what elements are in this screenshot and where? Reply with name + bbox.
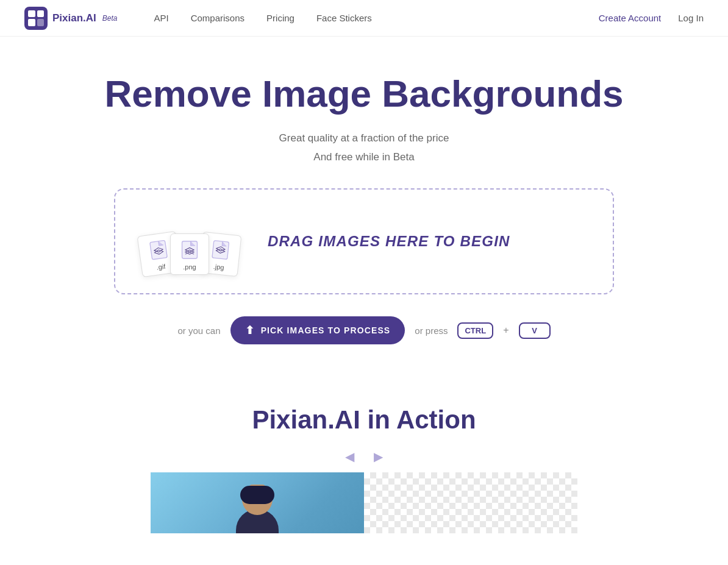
logo-icon bbox=[24, 7, 48, 30]
demo-image-container bbox=[151, 472, 577, 533]
nav-api[interactable]: API bbox=[154, 13, 169, 23]
pick-prefix: or you can bbox=[177, 325, 220, 336]
upload-arrow-icon: ⬆ bbox=[245, 324, 255, 337]
hero-subtitle: Great quality at a fraction of the price… bbox=[24, 129, 704, 166]
pick-separator: or press bbox=[415, 325, 448, 336]
hero-sub-line1: Great quality at a fraction of the price bbox=[279, 132, 449, 144]
file-label-jpg: .jpg bbox=[213, 263, 224, 271]
navbar: Pixian.AI Beta API Comparisons Pricing F… bbox=[0, 0, 728, 37]
ctrl-key-badge: CTRL bbox=[457, 322, 493, 339]
plus-sign: + bbox=[503, 325, 509, 336]
carousel-next-button[interactable]: ▶ bbox=[369, 447, 388, 466]
pick-button-label: PICK IMAGES TO PROCESS bbox=[261, 325, 391, 335]
drag-text: DRAG IMAGES HERE TO BEGIN bbox=[268, 233, 510, 250]
nav-pricing[interactable]: Pricing bbox=[266, 13, 294, 23]
hero-sub-line2: And free while in Beta bbox=[313, 151, 414, 163]
nav-comparisons[interactable]: Comparisons bbox=[191, 13, 244, 23]
file-icon-png: .png bbox=[170, 233, 209, 275]
in-action-section: Pixian.AI in Action ◀ ▶ bbox=[0, 369, 728, 545]
carousel-controls: ◀ ▶ bbox=[24, 447, 704, 466]
nav-links: API Comparisons Pricing Face Stickers bbox=[154, 13, 372, 23]
nav-right: Create Account Log In bbox=[599, 13, 704, 23]
dropzone[interactable]: .gif .png bbox=[114, 188, 614, 294]
login-link[interactable]: Log In bbox=[678, 13, 704, 23]
carousel-prev-button[interactable]: ◀ bbox=[340, 447, 359, 466]
nav-face-stickers[interactable]: Face Stickers bbox=[316, 13, 372, 23]
in-action-title: Pixian.AI in Action bbox=[24, 405, 704, 435]
create-account-link[interactable]: Create Account bbox=[599, 13, 662, 23]
demo-original bbox=[151, 472, 364, 533]
logo-text: Pixian.AI bbox=[52, 12, 96, 24]
file-icons-group: .gif .png bbox=[140, 208, 243, 275]
pick-images-button[interactable]: ⬆ PICK IMAGES TO PROCESS bbox=[230, 316, 405, 344]
demo-processed bbox=[364, 472, 577, 533]
logo-link[interactable]: Pixian.AI Beta bbox=[24, 7, 118, 30]
hero-title: Remove Image Backgrounds bbox=[24, 73, 704, 115]
demo-image bbox=[151, 472, 577, 533]
file-label-gif: .gif bbox=[156, 263, 166, 271]
svg-rect-2 bbox=[212, 241, 229, 260]
file-label-png: .png bbox=[183, 263, 196, 271]
pick-row: or you can ⬆ PICK IMAGES TO PROCESS or p… bbox=[24, 316, 704, 344]
hero-section: Remove Image Backgrounds Great quality a… bbox=[0, 37, 728, 369]
v-key-badge: V bbox=[519, 322, 551, 339]
logo-beta: Beta bbox=[102, 14, 118, 23]
